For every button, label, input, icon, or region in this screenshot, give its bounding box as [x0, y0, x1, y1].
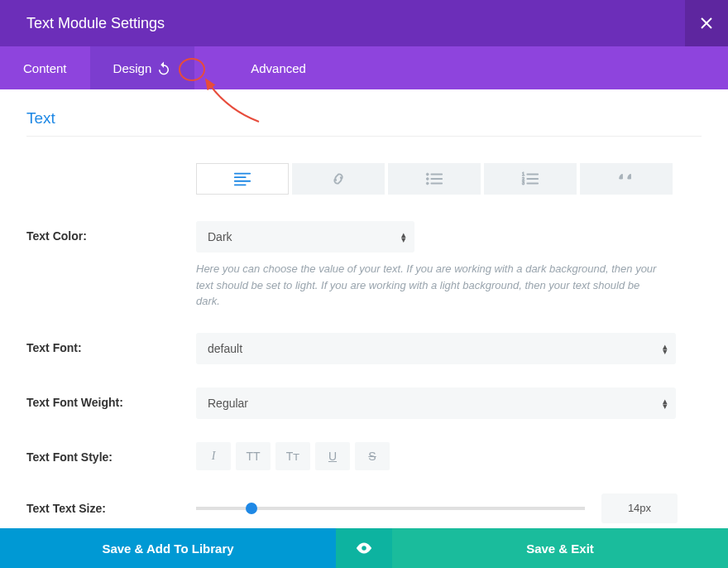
label-text-weight: Text Font Weight: — [26, 387, 196, 409]
modal-header: Text Module Settings — [0, 0, 728, 46]
size-value[interactable]: 14px — [601, 493, 678, 523]
svg-point-2 — [426, 182, 429, 185]
save-add-library-button[interactable]: Save & Add To Library — [0, 528, 336, 568]
tab-content[interactable]: Content — [0, 46, 90, 89]
preview-button[interactable] — [336, 528, 392, 568]
tab-bar: Content Design Advanced — [0, 46, 728, 89]
select-arrows-icon: ▴▾ — [663, 344, 668, 354]
field-text-color: Text Color: Dark ▴▾ Here you can choose … — [26, 221, 702, 310]
style-underline-button[interactable]: U — [315, 442, 350, 470]
help-text-color: Here you can choose the value of your te… — [196, 261, 659, 310]
select-text-weight[interactable]: Regular ▴▾ — [196, 387, 676, 419]
close-button[interactable] — [685, 0, 728, 46]
field-text-weight: Text Font Weight: Regular ▴▾ — [26, 387, 702, 419]
subtab-paragraph[interactable] — [196, 163, 289, 195]
tab-design[interactable]: Design — [90, 46, 195, 89]
tab-advanced[interactable]: Advanced — [228, 46, 329, 89]
label-text-color: Text Color: — [26, 221, 196, 243]
select-arrows-icon: ▴▾ — [401, 232, 406, 242]
subtab-link[interactable] — [292, 163, 385, 195]
field-text-size: Text Text Size: 14px — [26, 493, 702, 523]
reset-icon[interactable] — [156, 60, 171, 75]
select-text-color[interactable]: Dark ▴▾ — [196, 221, 414, 253]
subtab-ul[interactable] — [388, 163, 481, 195]
svg-text:3: 3 — [522, 181, 524, 185]
eye-icon — [355, 542, 373, 555]
subtab-ol[interactable]: 123 — [484, 163, 577, 195]
label-text-style: Text Font Style: — [26, 442, 196, 464]
subtab-quote[interactable] — [580, 163, 673, 195]
modal-title: Text Module Settings — [26, 15, 165, 32]
svg-point-6 — [362, 546, 366, 551]
svg-point-1 — [426, 178, 429, 181]
close-icon — [701, 17, 712, 29]
style-strikethrough-button[interactable]: S — [355, 442, 390, 470]
select-text-font[interactable]: default ▴▾ — [196, 333, 676, 364]
select-text-font-value: default — [208, 342, 242, 355]
list-ul-icon — [425, 171, 443, 187]
field-text-style: Text Font Style: I TT Tᴛ U S — [26, 442, 702, 470]
panel-body: Text 123 Text Color: Dark ▴▾ Here y — [0, 89, 728, 537]
paragraph-icon — [233, 171, 251, 187]
quote-icon — [617, 171, 635, 187]
style-uppercase-button[interactable]: TT — [236, 442, 271, 470]
svg-point-0 — [426, 173, 429, 176]
select-text-weight-value: Regular — [208, 397, 248, 410]
select-text-color-value: Dark — [208, 230, 232, 243]
save-exit-button[interactable]: Save & Exit — [392, 528, 728, 568]
section-divider — [26, 136, 702, 137]
list-ol-icon: 123 — [521, 171, 539, 187]
footer-bar: Save & Add To Library Save & Exit — [0, 528, 728, 568]
label-text-size: Text Text Size: — [26, 493, 196, 515]
style-italic-button[interactable]: I — [196, 442, 231, 470]
field-text-font: Text Font: default ▴▾ — [26, 333, 702, 364]
slider-thumb[interactable] — [246, 503, 257, 514]
tab-design-label: Design — [113, 61, 152, 75]
size-slider[interactable] — [196, 507, 585, 510]
select-arrows-icon: ▴▾ — [663, 398, 668, 408]
text-subtabs: 123 — [196, 163, 702, 195]
section-title: Text — [26, 109, 702, 136]
label-text-font: Text Font: — [26, 333, 196, 354]
style-smallcaps-button[interactable]: Tᴛ — [275, 442, 310, 470]
link-icon — [329, 171, 347, 187]
